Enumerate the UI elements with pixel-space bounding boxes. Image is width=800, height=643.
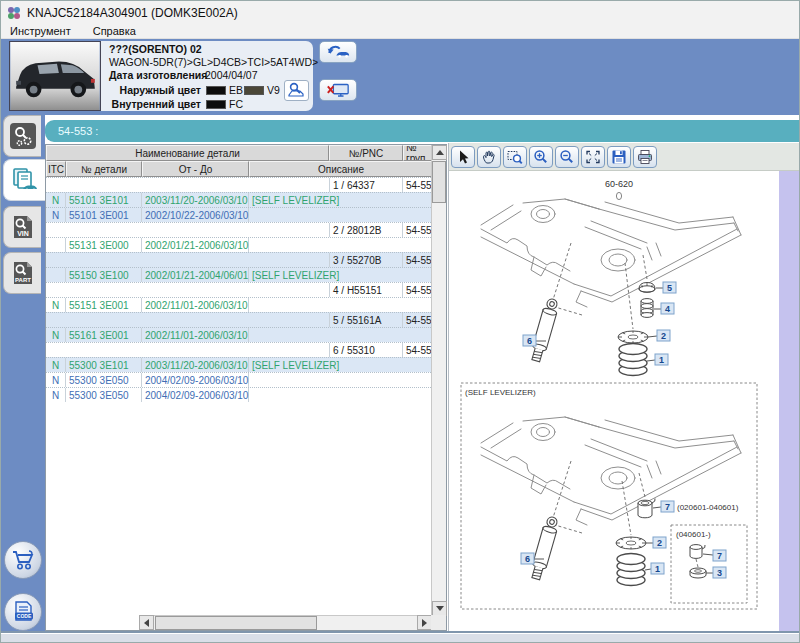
diagram-canvas[interactable]: 60-620 5 [449,171,780,631]
cart-button[interactable] [4,541,42,579]
zoom-in-button[interactable] [529,146,553,168]
vehicle-model: ???(SORENTO) 02 [109,43,202,56]
callout-1[interactable]: 1 [647,354,668,365]
bump-stopper-part[interactable] [641,299,653,318]
print-button[interactable] [633,146,657,168]
scroll-up-button[interactable] [432,145,447,160]
group-number-cell: 54-553 [403,343,433,357]
callout-3[interactable]: 3 [706,567,726,578]
callout-2[interactable]: 2 [648,330,670,341]
zoom-region-button[interactable] [503,146,527,168]
description-cell: [SELF LEVELIZER] [249,193,433,207]
status-bar [1,631,800,643]
part-number-cell: 55101 3E101 [66,193,142,207]
shock-absorber-top[interactable] [529,297,560,362]
header-itc[interactable]: ITC [46,161,66,177]
pan-tool-button[interactable] [477,146,501,168]
ref-group-label[interactable]: 60-620 [605,179,633,189]
save-icon [610,149,628,165]
scroll-down-button[interactable] [432,601,447,616]
diagram-bottom: (SELF LEVELIZER) 7 (020601-040601) [461,383,757,609]
svg-text:2: 2 [657,538,662,548]
horizontal-scroll-thumb[interactable] [155,616,317,630]
plug-part[interactable] [690,568,706,578]
callout-5[interactable]: 5 [656,282,676,293]
pnc-row[interactable]: 1 / 6433754-553 [46,177,433,192]
spring-pad-bottom[interactable] [616,537,646,549]
self-levelizer-label: (SELF LEVELIZER) [465,388,536,397]
menu-tools[interactable]: Инструмент [10,25,71,38]
code-button[interactable]: CODE [4,593,42,631]
callout-1b[interactable]: 1 [645,563,664,574]
shock-absorber-bottom[interactable] [529,515,560,580]
pnc-row[interactable]: 2 / 28012B54-553 [46,222,433,237]
header-description[interactable]: Описание [249,161,433,177]
callout-4[interactable]: 4 [654,303,674,314]
part-number-cell: 55151 3E001 [66,298,142,312]
pnc-row[interactable]: 5 / 55161A54-553 [46,312,433,327]
part-row[interactable]: N55161 3E0012002/11/01-2006/03/10 [46,327,433,342]
return-vehicle-button[interactable] [319,41,357,63]
callout-7a[interactable]: 7 [653,501,674,512]
sidebar-tab-part-search[interactable]: PART [3,252,41,294]
svg-text:1: 1 [659,355,664,365]
description-cell [249,388,433,402]
spring-cap-part[interactable] [639,283,655,293]
part-number-cell: 55150 3E100 [66,268,142,282]
callout-2b[interactable]: 2 [646,537,666,548]
diagram-scroll-strip[interactable] [779,171,800,631]
coil-spring-bottom[interactable] [617,554,645,586]
part-row[interactable]: N55300 3E0502004/02/09-2006/03/10 [46,387,433,402]
header-pnc[interactable]: №/PNC [329,145,403,161]
leveling-valve-part[interactable] [638,499,655,518]
pnc-row[interactable]: 3 / 55270B54-553 [46,252,433,267]
header-part-number[interactable]: № детали [66,161,142,177]
scroll-left-button[interactable] [139,615,154,630]
color-search-button[interactable] [284,80,309,101]
fit-view-icon [584,149,602,165]
header-range[interactable]: От - До [142,161,249,177]
spring-pad-top[interactable] [618,331,648,343]
exit-button[interactable] [319,79,357,101]
hand-pan-icon [480,149,498,165]
pnc-row[interactable]: 6 / 5531054-553 [46,342,433,357]
callout-7b[interactable]: 7 [703,550,726,561]
coil-spring-top[interactable] [619,344,647,376]
part-search-icon: PART [10,260,36,286]
part-row[interactable]: 55150 3E1002002/01/21-2004/06/01[SELF LE… [46,267,433,282]
part-row[interactable]: N55300 3E1012003/11/20-2006/03/10[SELF L… [46,357,433,372]
pnc-row[interactable]: 4 / H5515154-553 [46,282,433,297]
pointer-tool-button[interactable] [451,146,475,168]
header-part-name[interactable]: Наименование детали [46,145,329,161]
mfg-date-label: Дата изготовления [109,69,205,82]
part-row[interactable]: N55300 3E0502004/02/09-2006/03/10 [46,372,433,387]
svg-text:3: 3 [717,568,722,578]
scroll-right-button[interactable] [417,615,432,630]
part-row[interactable]: N55151 3E0012002/11/01-2006/03/10 [46,297,433,312]
sidebar-tab-search-settings[interactable] [3,115,41,157]
part-row[interactable]: N55101 3E1012003/11/20-2006/03/10[SELF L… [46,192,433,207]
int-color-label: Внутренний цвет [109,98,205,111]
header-group[interactable]: № груп [403,145,433,161]
group-number-cell: 54-553 [403,223,433,237]
table-horizontal-scrollbar[interactable] [139,615,433,630]
part-row[interactable]: 55131 3E0002002/01/21-2006/03/10 [46,237,433,252]
menu-help[interactable]: Справка [93,25,136,38]
group-number-cell: 54-553 [403,283,433,297]
zoom-out-button[interactable] [555,146,579,168]
date-range-cell: 2002/10/22-2006/03/10 [142,208,249,222]
sidebar: VIN PART [1,115,45,631]
int-color-code: FC [229,98,243,111]
vertical-scroll-thumb[interactable] [432,161,446,203]
ext-color-swatch-1 [206,86,226,95]
sidebar-tab-vin-search[interactable]: VIN [3,206,41,248]
part-label: PART [15,277,31,283]
save-button[interactable] [607,146,631,168]
fit-view-button[interactable] [581,146,605,168]
table-vertical-scrollbar[interactable] [431,145,446,617]
diagram-top: 60-620 5 [481,179,741,376]
title-bar: KNAJC52184A304901 (DOMK3E002A) [1,1,800,25]
sidebar-tab-parts-catalog[interactable] [3,159,45,201]
part-row[interactable]: N55101 3E0012002/10/22-2006/03/10 [46,207,433,222]
leveling-cup-part[interactable] [690,545,705,559]
